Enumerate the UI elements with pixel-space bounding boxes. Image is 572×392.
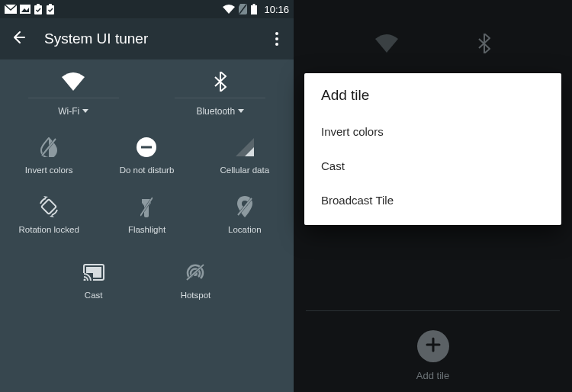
wifi-tile-label[interactable]: Wi-Fi [58, 106, 88, 117]
dialog-item-broadcast-tile[interactable]: Broadcast Tile [321, 183, 545, 217]
clipboard-check-icon-2 [46, 4, 55, 14]
overflow-menu-icon[interactable] [271, 27, 283, 50]
bottom-tile-row: Cast Hotspot [0, 249, 294, 312]
add-tile-screen: Add tile Invert colors Cast Broadcast Ti… [294, 0, 572, 392]
image-icon [20, 5, 31, 14]
hotspot-icon [185, 262, 206, 283]
app-bar: System UI tuner [0, 18, 294, 59]
hotspot-tile[interactable]: Hotspot [181, 262, 211, 300]
tile-grid: Invert colors Do not disturb Cellular da… [0, 129, 294, 249]
hotspot-label: Hotspot [181, 291, 211, 300]
status-bar: 10:16 [0, 0, 294, 18]
wifi-label-text: Wi-Fi [58, 106, 79, 117]
back-icon[interactable] [11, 30, 26, 48]
plus-icon [426, 337, 441, 355]
svg-rect-14 [41, 199, 56, 214]
rotation-tile[interactable]: Rotation locked [0, 196, 98, 234]
dialog-title: Add tile [321, 87, 545, 104]
invert-colors-icon [40, 137, 57, 158]
top-labels: Wi-Fi Bluetooth [0, 98, 294, 129]
rotation-lock-icon [38, 196, 59, 217]
top-tiles-row [0, 59, 294, 98]
svg-marker-15 [43, 196, 48, 198]
svg-marker-16 [50, 215, 54, 217]
rotation-label: Rotation locked [19, 225, 79, 234]
add-tile-label: Add tile [416, 370, 449, 381]
do-not-disturb-label: Do not disturb [120, 165, 175, 175]
add-tile-dialog: Add tile Invert colors Cast Broadcast Ti… [304, 73, 561, 225]
dialog-item-cast[interactable]: Cast [321, 149, 545, 183]
page-title: System UI tuner [44, 31, 148, 47]
status-time: 10:16 [264, 4, 289, 15]
add-tile-button-area: Add tile [294, 330, 572, 381]
cast-tile[interactable]: Cast [83, 262, 104, 300]
gmail-icon [5, 5, 17, 14]
do-not-disturb-tile[interactable]: Do not disturb [98, 137, 195, 175]
invert-colors-label: Invert colors [25, 165, 73, 175]
location-tile[interactable]: Location [196, 196, 294, 234]
wifi-status-icon [223, 5, 235, 14]
cellular-data-tile[interactable]: Cellular data [196, 137, 294, 175]
system-ui-tuner-screen: 10:16 System UI tuner Wi-Fi [0, 0, 294, 392]
cellular-label: Cellular data [220, 165, 270, 175]
bluetooth-label-text: Bluetooth [196, 106, 235, 117]
cellular-icon [236, 137, 254, 158]
bluetooth-tile-label[interactable]: Bluetooth [196, 106, 244, 117]
chevron-down-icon [238, 109, 244, 114]
svg-rect-6 [49, 4, 52, 6]
wifi-icon [62, 70, 85, 93]
svg-rect-5 [47, 5, 54, 14]
bottom-divider [306, 310, 560, 311]
svg-rect-13 [141, 146, 152, 149]
background-tiles [294, 0, 572, 73]
invert-colors-tile[interactable]: Invert colors [0, 137, 98, 175]
svg-rect-3 [34, 5, 42, 14]
bluetooth-icon-dim [478, 34, 490, 56]
cast-label: Cast [85, 291, 103, 300]
svg-rect-9 [253, 4, 255, 5]
flashlight-icon [140, 196, 153, 217]
chevron-down-icon [82, 109, 88, 114]
svg-rect-8 [251, 5, 257, 14]
bluetooth-tile[interactable] [147, 70, 294, 93]
wifi-tile[interactable] [0, 70, 147, 93]
svg-rect-4 [37, 4, 40, 6]
cast-icon [83, 262, 104, 283]
flashlight-label: Flashlight [128, 225, 165, 234]
location-icon [237, 196, 252, 217]
add-tile-button[interactable] [417, 330, 449, 362]
no-sim-icon [239, 4, 247, 14]
do-not-disturb-icon [137, 137, 156, 158]
wifi-icon-dim [375, 34, 398, 56]
bluetooth-icon [214, 70, 227, 93]
location-label: Location [228, 225, 261, 234]
dialog-item-invert-colors[interactable]: Invert colors [321, 114, 545, 149]
flashlight-tile[interactable]: Flashlight [98, 196, 195, 234]
battery-icon [251, 4, 257, 14]
clipboard-check-icon [34, 4, 43, 14]
